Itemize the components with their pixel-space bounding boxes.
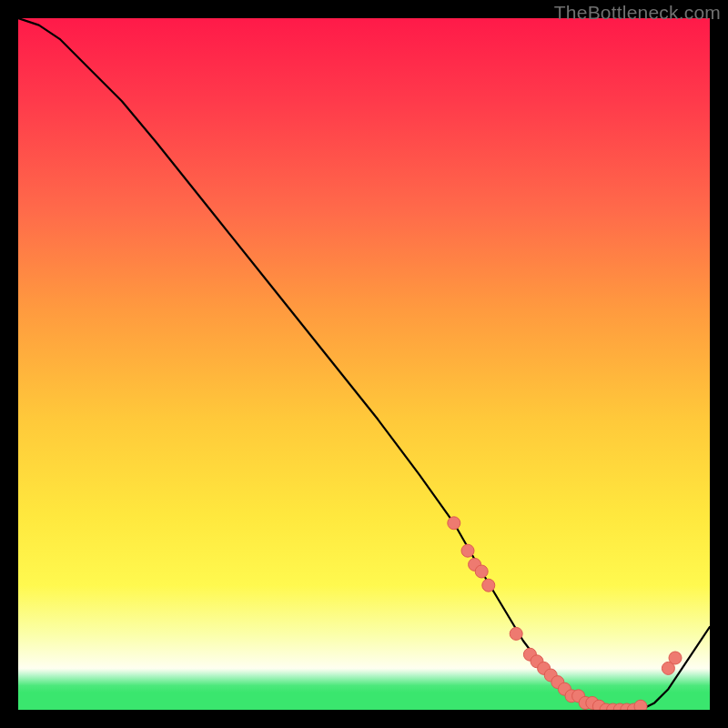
data-point	[510, 627, 522, 640]
marker-group	[448, 517, 682, 710]
data-point	[475, 565, 488, 578]
data-point	[482, 579, 495, 592]
bottleneck-curve	[18, 18, 710, 710]
chart-frame: TheBottleneck.com	[0, 0, 728, 728]
data-point	[669, 652, 682, 664]
data-point	[461, 544, 474, 557]
data-point	[448, 517, 460, 530]
curve-layer	[18, 18, 710, 710]
plot-area	[18, 18, 710, 710]
data-point	[634, 700, 647, 710]
watermark-text: TheBottleneck.com	[554, 2, 721, 24]
